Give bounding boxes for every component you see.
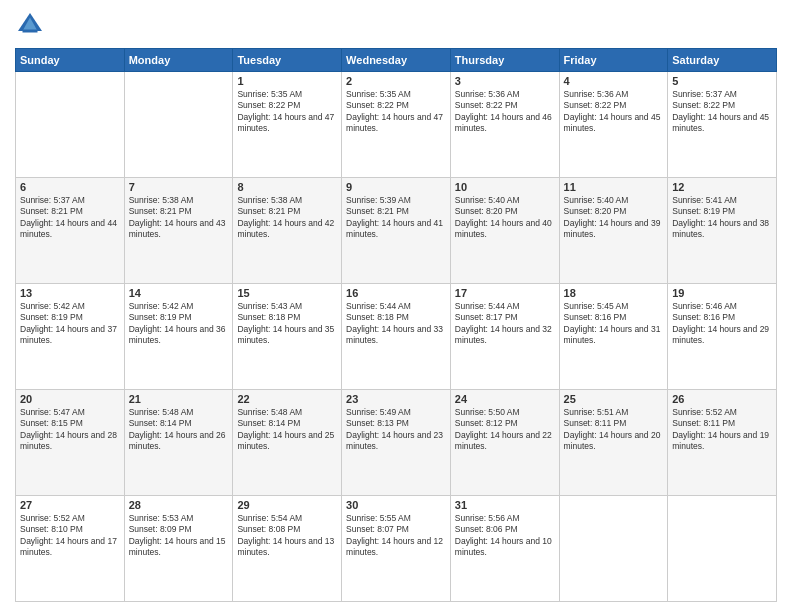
day-info: Sunrise: 5:40 AM Sunset: 8:20 PM Dayligh… <box>564 195 664 241</box>
week-row-5: 27Sunrise: 5:52 AM Sunset: 8:10 PM Dayli… <box>16 496 777 602</box>
day-number: 10 <box>455 181 555 193</box>
header <box>15 10 777 40</box>
day-number: 21 <box>129 393 229 405</box>
day-number: 23 <box>346 393 446 405</box>
calendar-cell: 3Sunrise: 5:36 AM Sunset: 8:22 PM Daylig… <box>450 72 559 178</box>
day-info: Sunrise: 5:54 AM Sunset: 8:08 PM Dayligh… <box>237 513 337 559</box>
day-info: Sunrise: 5:50 AM Sunset: 8:12 PM Dayligh… <box>455 407 555 453</box>
weekday-header-row: SundayMondayTuesdayWednesdayThursdayFrid… <box>16 49 777 72</box>
calendar-cell: 12Sunrise: 5:41 AM Sunset: 8:19 PM Dayli… <box>668 178 777 284</box>
calendar-cell: 23Sunrise: 5:49 AM Sunset: 8:13 PM Dayli… <box>342 390 451 496</box>
day-number: 13 <box>20 287 120 299</box>
day-number: 8 <box>237 181 337 193</box>
calendar-cell: 22Sunrise: 5:48 AM Sunset: 8:14 PM Dayli… <box>233 390 342 496</box>
day-info: Sunrise: 5:36 AM Sunset: 8:22 PM Dayligh… <box>455 89 555 135</box>
weekday-header-tuesday: Tuesday <box>233 49 342 72</box>
calendar-cell: 10Sunrise: 5:40 AM Sunset: 8:20 PM Dayli… <box>450 178 559 284</box>
day-info: Sunrise: 5:44 AM Sunset: 8:17 PM Dayligh… <box>455 301 555 347</box>
day-number: 27 <box>20 499 120 511</box>
week-row-3: 13Sunrise: 5:42 AM Sunset: 8:19 PM Dayli… <box>16 284 777 390</box>
day-number: 5 <box>672 75 772 87</box>
day-info: Sunrise: 5:41 AM Sunset: 8:19 PM Dayligh… <box>672 195 772 241</box>
calendar-cell: 30Sunrise: 5:55 AM Sunset: 8:07 PM Dayli… <box>342 496 451 602</box>
day-number: 28 <box>129 499 229 511</box>
day-number: 14 <box>129 287 229 299</box>
day-number: 26 <box>672 393 772 405</box>
day-number: 3 <box>455 75 555 87</box>
calendar-cell: 16Sunrise: 5:44 AM Sunset: 8:18 PM Dayli… <box>342 284 451 390</box>
day-number: 15 <box>237 287 337 299</box>
calendar-cell <box>16 72 125 178</box>
day-info: Sunrise: 5:43 AM Sunset: 8:18 PM Dayligh… <box>237 301 337 347</box>
calendar-cell: 1Sunrise: 5:35 AM Sunset: 8:22 PM Daylig… <box>233 72 342 178</box>
week-row-1: 1Sunrise: 5:35 AM Sunset: 8:22 PM Daylig… <box>16 72 777 178</box>
day-info: Sunrise: 5:35 AM Sunset: 8:22 PM Dayligh… <box>346 89 446 135</box>
day-info: Sunrise: 5:45 AM Sunset: 8:16 PM Dayligh… <box>564 301 664 347</box>
calendar-table: SundayMondayTuesdayWednesdayThursdayFrid… <box>15 48 777 602</box>
day-info: Sunrise: 5:36 AM Sunset: 8:22 PM Dayligh… <box>564 89 664 135</box>
calendar-cell: 20Sunrise: 5:47 AM Sunset: 8:15 PM Dayli… <box>16 390 125 496</box>
calendar-cell <box>668 496 777 602</box>
calendar-cell: 24Sunrise: 5:50 AM Sunset: 8:12 PM Dayli… <box>450 390 559 496</box>
day-info: Sunrise: 5:52 AM Sunset: 8:10 PM Dayligh… <box>20 513 120 559</box>
day-number: 30 <box>346 499 446 511</box>
weekday-header-monday: Monday <box>124 49 233 72</box>
calendar-cell: 11Sunrise: 5:40 AM Sunset: 8:20 PM Dayli… <box>559 178 668 284</box>
day-number: 20 <box>20 393 120 405</box>
calendar-cell: 25Sunrise: 5:51 AM Sunset: 8:11 PM Dayli… <box>559 390 668 496</box>
calendar-cell: 9Sunrise: 5:39 AM Sunset: 8:21 PM Daylig… <box>342 178 451 284</box>
day-info: Sunrise: 5:52 AM Sunset: 8:11 PM Dayligh… <box>672 407 772 453</box>
calendar-cell: 19Sunrise: 5:46 AM Sunset: 8:16 PM Dayli… <box>668 284 777 390</box>
weekday-header-saturday: Saturday <box>668 49 777 72</box>
page: SundayMondayTuesdayWednesdayThursdayFrid… <box>0 0 792 612</box>
day-number: 31 <box>455 499 555 511</box>
day-info: Sunrise: 5:38 AM Sunset: 8:21 PM Dayligh… <box>237 195 337 241</box>
calendar-cell: 5Sunrise: 5:37 AM Sunset: 8:22 PM Daylig… <box>668 72 777 178</box>
day-info: Sunrise: 5:37 AM Sunset: 8:21 PM Dayligh… <box>20 195 120 241</box>
calendar-cell <box>559 496 668 602</box>
day-info: Sunrise: 5:35 AM Sunset: 8:22 PM Dayligh… <box>237 89 337 135</box>
calendar-cell: 7Sunrise: 5:38 AM Sunset: 8:21 PM Daylig… <box>124 178 233 284</box>
day-number: 22 <box>237 393 337 405</box>
calendar-cell: 31Sunrise: 5:56 AM Sunset: 8:06 PM Dayli… <box>450 496 559 602</box>
day-info: Sunrise: 5:46 AM Sunset: 8:16 PM Dayligh… <box>672 301 772 347</box>
calendar-cell: 17Sunrise: 5:44 AM Sunset: 8:17 PM Dayli… <box>450 284 559 390</box>
logo <box>15 10 49 40</box>
calendar-cell: 14Sunrise: 5:42 AM Sunset: 8:19 PM Dayli… <box>124 284 233 390</box>
day-number: 11 <box>564 181 664 193</box>
day-number: 2 <box>346 75 446 87</box>
day-info: Sunrise: 5:48 AM Sunset: 8:14 PM Dayligh… <box>129 407 229 453</box>
day-number: 12 <box>672 181 772 193</box>
day-info: Sunrise: 5:56 AM Sunset: 8:06 PM Dayligh… <box>455 513 555 559</box>
day-number: 16 <box>346 287 446 299</box>
day-info: Sunrise: 5:55 AM Sunset: 8:07 PM Dayligh… <box>346 513 446 559</box>
day-number: 18 <box>564 287 664 299</box>
day-info: Sunrise: 5:44 AM Sunset: 8:18 PM Dayligh… <box>346 301 446 347</box>
svg-rect-2 <box>23 30 38 33</box>
day-info: Sunrise: 5:48 AM Sunset: 8:14 PM Dayligh… <box>237 407 337 453</box>
calendar-cell: 18Sunrise: 5:45 AM Sunset: 8:16 PM Dayli… <box>559 284 668 390</box>
week-row-4: 20Sunrise: 5:47 AM Sunset: 8:15 PM Dayli… <box>16 390 777 496</box>
weekday-header-thursday: Thursday <box>450 49 559 72</box>
logo-icon <box>15 10 45 40</box>
day-number: 19 <box>672 287 772 299</box>
day-info: Sunrise: 5:38 AM Sunset: 8:21 PM Dayligh… <box>129 195 229 241</box>
day-number: 6 <box>20 181 120 193</box>
calendar-cell <box>124 72 233 178</box>
weekday-header-sunday: Sunday <box>16 49 125 72</box>
day-number: 24 <box>455 393 555 405</box>
day-info: Sunrise: 5:42 AM Sunset: 8:19 PM Dayligh… <box>20 301 120 347</box>
day-number: 25 <box>564 393 664 405</box>
calendar-cell: 27Sunrise: 5:52 AM Sunset: 8:10 PM Dayli… <box>16 496 125 602</box>
calendar-cell: 13Sunrise: 5:42 AM Sunset: 8:19 PM Dayli… <box>16 284 125 390</box>
calendar-cell: 26Sunrise: 5:52 AM Sunset: 8:11 PM Dayli… <box>668 390 777 496</box>
day-info: Sunrise: 5:37 AM Sunset: 8:22 PM Dayligh… <box>672 89 772 135</box>
day-info: Sunrise: 5:42 AM Sunset: 8:19 PM Dayligh… <box>129 301 229 347</box>
day-info: Sunrise: 5:53 AM Sunset: 8:09 PM Dayligh… <box>129 513 229 559</box>
day-number: 7 <box>129 181 229 193</box>
day-info: Sunrise: 5:49 AM Sunset: 8:13 PM Dayligh… <box>346 407 446 453</box>
weekday-header-friday: Friday <box>559 49 668 72</box>
day-number: 1 <box>237 75 337 87</box>
calendar-cell: 21Sunrise: 5:48 AM Sunset: 8:14 PM Dayli… <box>124 390 233 496</box>
calendar-cell: 28Sunrise: 5:53 AM Sunset: 8:09 PM Dayli… <box>124 496 233 602</box>
